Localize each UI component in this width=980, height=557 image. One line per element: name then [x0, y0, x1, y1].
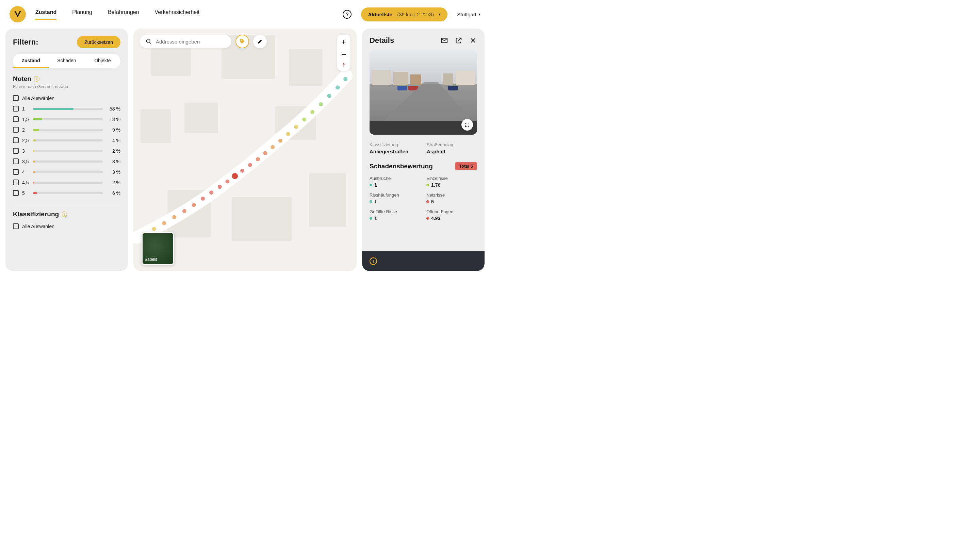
recent-label: Aktuellste: [368, 11, 392, 17]
main-nav: Zustand Planung Befahrungen Verkehrssich…: [35, 9, 199, 20]
info-icon[interactable]: i: [62, 212, 67, 217]
reset-button[interactable]: Zurücksetzen: [77, 36, 121, 48]
chevron-down-icon: ▾: [479, 12, 480, 17]
svg-rect-7: [231, 197, 292, 241]
svg-line-36: [149, 42, 151, 44]
grade-row-3,5[interactable]: 3,5 3 %: [13, 158, 121, 164]
grades-title: Noten i: [13, 75, 121, 83]
svg-point-29: [310, 110, 314, 114]
svg-point-27: [294, 125, 299, 129]
street-photo[interactable]: [369, 50, 477, 135]
svg-point-25: [278, 139, 283, 143]
nav-zustand[interactable]: Zustand: [35, 9, 57, 20]
total-badge: Total 5: [455, 162, 477, 170]
svg-rect-4: [140, 109, 171, 143]
svg-point-37: [241, 40, 242, 41]
satellite-label: Satellit: [145, 257, 157, 262]
svg-point-12: [162, 221, 166, 225]
tag-button[interactable]: [235, 35, 249, 48]
grade-row-1,5[interactable]: 1,5 13 %: [13, 116, 121, 122]
zoom-in-button[interactable]: +: [339, 37, 348, 47]
road-overlay: [369, 50, 477, 135]
damage-risshäufungen: Risshäufungen 1: [369, 192, 420, 204]
grade-pct: 2 %: [106, 180, 121, 185]
grade-row-3[interactable]: 3 2 %: [13, 148, 121, 154]
grade-bar: [33, 192, 103, 194]
svg-point-28: [302, 117, 306, 121]
share-button[interactable]: [455, 36, 463, 44]
alert-icon: !: [369, 257, 377, 265]
grade-pct: 4 %: [106, 138, 121, 143]
grade-row-2,5[interactable]: 2,5 4 %: [13, 137, 121, 143]
checkbox[interactable]: [13, 127, 19, 133]
close-button[interactable]: [469, 36, 477, 44]
grade-pct: 2 %: [106, 148, 121, 154]
checkbox[interactable]: [13, 148, 19, 154]
info-icon[interactable]: i: [34, 76, 39, 81]
damage-gefüllte risse: Gefüllte Risse 1: [369, 209, 420, 221]
grade-row-2[interactable]: 2 9 %: [13, 127, 121, 133]
filter-tabs: Zustand Schäden Objekte: [13, 54, 121, 68]
nav-verkehrssicherheit[interactable]: Verkehrssicherheit: [155, 9, 200, 20]
edit-button[interactable]: [253, 35, 267, 48]
grade-bar: [33, 150, 103, 152]
svg-point-33: [343, 77, 348, 81]
checkbox[interactable]: [13, 95, 19, 101]
damage-grid: Ausbrüche 1Einzelrisse 1.76Risshäufungen…: [369, 176, 477, 221]
select-all-classification[interactable]: Alle Auswählen: [13, 223, 121, 229]
map-panel[interactable]: + − Satellit: [133, 29, 357, 271]
tab-schaeden[interactable]: Schäden: [49, 54, 84, 68]
checkbox[interactable]: [13, 137, 19, 143]
surface-label: Straßenbelag:: [427, 142, 477, 147]
mail-button[interactable]: [440, 36, 449, 44]
search-input[interactable]: [156, 39, 225, 44]
grade-row-1[interactable]: 1 58 %: [13, 106, 121, 112]
zoom-control: + −: [337, 35, 351, 71]
fullscreen-icon: [465, 122, 470, 127]
tab-zustand[interactable]: Zustand: [13, 54, 49, 68]
checkbox[interactable]: [13, 179, 19, 185]
compass-icon[interactable]: [341, 62, 347, 68]
help-button[interactable]: ?: [343, 10, 351, 19]
checkbox[interactable]: [13, 223, 19, 229]
city-selector[interactable]: Stuttgart ▾: [457, 11, 480, 17]
logo[interactable]: [10, 6, 26, 23]
checkbox[interactable]: [13, 158, 19, 164]
checkbox[interactable]: [13, 169, 19, 175]
grade-pct: 9 %: [106, 127, 121, 133]
grade-label: 5: [22, 191, 29, 196]
checkbox[interactable]: [13, 190, 19, 196]
fullscreen-button[interactable]: [461, 119, 473, 130]
svg-point-26: [286, 132, 290, 136]
tab-objekte[interactable]: Objekte: [85, 54, 121, 68]
recent-dropdown[interactable]: Aktuellste (36 km | 2.22 Ø) ▾: [361, 8, 448, 21]
svg-point-30: [319, 103, 323, 106]
grade-pct: 13 %: [106, 117, 121, 122]
address-search[interactable]: [139, 35, 231, 48]
nav-befahrungen[interactable]: Befahrungen: [108, 9, 139, 20]
svg-point-16: [201, 197, 205, 200]
zoom-out-button[interactable]: −: [339, 50, 348, 59]
svg-point-32: [335, 85, 340, 90]
nav-planung[interactable]: Planung: [72, 9, 92, 20]
details-panel: Details: [362, 29, 485, 271]
damage-offene fugen: Offene Fugen 4.93: [426, 209, 477, 221]
close-icon: [470, 37, 476, 44]
grade-bar: [33, 129, 103, 131]
checkbox[interactable]: [13, 106, 19, 112]
satellite-toggle[interactable]: Satellit: [142, 232, 174, 265]
checkbox[interactable]: [13, 116, 19, 122]
grade-label: 3,5: [22, 159, 29, 164]
alert-bar[interactable]: !: [362, 251, 485, 271]
grade-label: 2: [22, 127, 29, 133]
svg-point-24: [271, 145, 274, 149]
grade-pct: 3 %: [106, 169, 121, 175]
grade-bar: [33, 161, 103, 163]
grade-row-4[interactable]: 4 3 %: [13, 169, 121, 175]
header: Zustand Planung Befahrungen Verkehrssich…: [0, 0, 490, 29]
grade-row-4,5[interactable]: 4,5 2 %: [13, 179, 121, 185]
grade-label: 4,5: [22, 180, 29, 185]
grade-row-5[interactable]: 5 6 %: [13, 190, 121, 196]
select-all-grades[interactable]: Alle Auswählen: [13, 95, 121, 101]
grade-pct: 58 %: [106, 106, 121, 112]
